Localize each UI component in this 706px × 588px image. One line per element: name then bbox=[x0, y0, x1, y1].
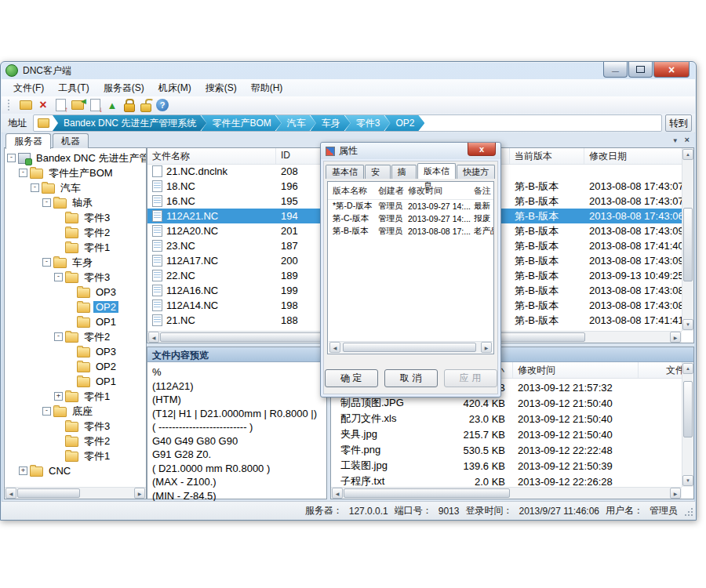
resize-grip[interactable] bbox=[683, 508, 693, 517]
left-panel-tab[interactable]: 服务器 bbox=[5, 133, 51, 149]
breadcrumb-segment[interactable]: 车身 bbox=[311, 115, 351, 131]
tree-toggle[interactable]: - bbox=[7, 154, 16, 162]
tree-item[interactable]: OP3 bbox=[5, 285, 146, 299]
dialog-tab[interactable]: 摘要 bbox=[391, 165, 417, 179]
scroll-up-icon[interactable]: ▲ bbox=[682, 149, 693, 160]
attachment-row[interactable]: 子程序.txt 2.0 KB 2013-09-12 22:26:28 bbox=[331, 474, 682, 487]
menu-item[interactable]: 帮助(H) bbox=[244, 80, 290, 96]
tree-item[interactable]: + CNC bbox=[5, 463, 146, 478]
scroll-thumb[interactable] bbox=[683, 381, 693, 437]
scroll-down-icon[interactable]: ▼ bbox=[682, 319, 693, 330]
column-header-creator[interactable]: 创建者 bbox=[378, 185, 408, 197]
scroll-left-icon[interactable]: ◀ bbox=[5, 488, 16, 499]
attachments-vscrollbar[interactable]: ▲ ▼ bbox=[682, 362, 693, 487]
scroll-thumb[interactable] bbox=[343, 343, 476, 352]
column-header-file[interactable]: 文件(& bbox=[639, 362, 682, 378]
column-header-time[interactable]: 修改时间 bbox=[513, 362, 639, 378]
attachment-row[interactable]: 工装图.jpg 139.6 KB 2013-09-12 21:50:39 bbox=[331, 458, 682, 474]
delete-icon[interactable] bbox=[35, 97, 51, 113]
version-row[interactable]: 第-C-版本 管理员 2013-09-27 14:... 报废 bbox=[328, 212, 493, 225]
upload-arrow-icon[interactable] bbox=[104, 97, 120, 113]
tree-item[interactable]: 零件3 bbox=[5, 210, 146, 225]
scroll-up-icon[interactable]: ▲ bbox=[682, 363, 693, 374]
tree-item[interactable]: 零件2 bbox=[5, 434, 146, 448]
tree-item[interactable]: 零件3 bbox=[5, 419, 146, 434]
pin-down-icon[interactable] bbox=[672, 135, 679, 144]
tree-item[interactable]: OP1 bbox=[5, 314, 146, 329]
tree-item[interactable]: 零件1 bbox=[5, 240, 146, 255]
file-list-vscrollbar[interactable]: ▲ ▼ bbox=[682, 148, 693, 331]
checkout-folder-icon[interactable] bbox=[70, 97, 86, 113]
scroll-down-icon[interactable]: ▼ bbox=[682, 475, 693, 486]
title-bar[interactable]: DNC客户端 bbox=[1, 62, 696, 79]
tree-item[interactable]: OP2 bbox=[5, 299, 146, 314]
tree-toggle[interactable]: - bbox=[54, 273, 63, 281]
column-header-id[interactable]: ID bbox=[276, 148, 323, 164]
tree-item[interactable]: - 零件2 bbox=[5, 329, 146, 344]
unlock-icon[interactable] bbox=[139, 97, 155, 113]
tree-item[interactable]: OP3 bbox=[5, 344, 146, 359]
tree-item[interactable]: - 车身 bbox=[5, 255, 146, 270]
version-row[interactable]: 第-B-版本 管理员 2013-08-08 17:... 老产品程序 bbox=[328, 225, 493, 238]
tree-toggle[interactable]: - bbox=[54, 332, 63, 341]
help-icon[interactable] bbox=[156, 99, 169, 111]
left-panel-tab[interactable]: 机器 bbox=[53, 133, 89, 148]
menu-item[interactable]: 文件(F) bbox=[6, 80, 51, 96]
close-icon[interactable] bbox=[653, 62, 690, 78]
tree-toggle[interactable]: - bbox=[42, 198, 51, 207]
dialog-tab[interactable]: 基本信息 bbox=[326, 165, 364, 179]
attachments-hscrollbar[interactable]: ◀ ▶ bbox=[331, 487, 682, 499]
column-header-date[interactable]: 修改日期 bbox=[584, 148, 682, 164]
tree-item[interactable]: - 底座 bbox=[5, 404, 146, 419]
tree-toggle[interactable]: - bbox=[19, 169, 27, 177]
tree-item[interactable]: OP2 bbox=[5, 359, 146, 374]
dialog-button[interactable]: 确 定 bbox=[325, 369, 378, 387]
menu-item[interactable]: 搜索(S) bbox=[198, 80, 244, 96]
scroll-thumb[interactable] bbox=[683, 208, 693, 281]
breadcrumb-segment[interactable]: OP2 bbox=[384, 115, 424, 131]
maximize-icon[interactable] bbox=[628, 62, 653, 78]
tree-hscrollbar[interactable]: ◀ ▶ bbox=[5, 487, 146, 499]
dialog-button[interactable]: 取 消 bbox=[384, 369, 438, 387]
column-header-version-name[interactable]: 版本名称 bbox=[333, 185, 378, 197]
breadcrumb-segment[interactable]: 零件3 bbox=[345, 115, 391, 131]
tree-item[interactable]: - 汽车 bbox=[5, 180, 146, 195]
go-button[interactable]: 转到 bbox=[665, 114, 692, 132]
address-input[interactable]: Bandex DNC 先进生产管理系统零件生产BOM汽车车身零件3OP2 bbox=[33, 114, 662, 132]
scroll-thumb[interactable] bbox=[17, 488, 80, 498]
tree-toggle[interactable]: - bbox=[42, 258, 51, 267]
tree-item[interactable]: - 零件3 bbox=[5, 270, 146, 285]
tree-item[interactable]: OP1 bbox=[5, 374, 146, 389]
dialog-title-bar[interactable]: 属性 x bbox=[321, 143, 500, 159]
menu-item[interactable]: 服务器(S) bbox=[96, 80, 151, 96]
dialog-hscrollbar[interactable]: ◀ ▶ bbox=[329, 341, 493, 353]
new-folder-icon[interactable] bbox=[18, 97, 34, 113]
attachment-row[interactable]: 制品顶图.JPG 420.4 KB 2013-09-12 21:50:40 bbox=[331, 395, 682, 411]
column-header-modified[interactable]: 修改时间 bbox=[408, 185, 474, 197]
upload-file-icon[interactable] bbox=[53, 97, 68, 113]
tree-item[interactable]: - 零件生产BOM bbox=[5, 165, 146, 180]
tree-toggle[interactable]: - bbox=[31, 183, 39, 192]
tree-toggle[interactable]: + bbox=[19, 466, 27, 475]
download-file-icon[interactable] bbox=[87, 97, 103, 113]
column-header-note[interactable]: 备注 bbox=[474, 185, 493, 197]
tree-item[interactable]: - 轴承 bbox=[5, 195, 146, 210]
attachment-row[interactable]: 夹具.jpg 215.7 KB 2013-09-12 21:50:40 bbox=[331, 426, 682, 442]
column-header-name[interactable]: 文件名称 bbox=[147, 148, 276, 164]
scroll-left-icon[interactable]: ◀ bbox=[332, 488, 343, 499]
scroll-right-icon[interactable]: ▶ bbox=[670, 488, 681, 499]
tree-toggle[interactable]: - bbox=[42, 407, 51, 416]
scroll-left-icon[interactable]: ◀ bbox=[329, 342, 340, 353]
breadcrumb-segment[interactable]: Bandex DNC 先进生产管理系统 bbox=[53, 115, 206, 131]
tree-item[interactable]: 零件2 bbox=[5, 225, 146, 240]
dialog-tab[interactable]: 安全 bbox=[365, 165, 391, 179]
attachment-row[interactable]: 零件.png 530.5 KB 2013-09-12 22:22:48 bbox=[331, 442, 682, 458]
scroll-right-icon[interactable]: ▶ bbox=[670, 332, 681, 343]
dialog-button[interactable]: 应 用 bbox=[444, 369, 497, 387]
breadcrumb-segment[interactable]: 零件生产BOM bbox=[201, 115, 281, 131]
tree-item[interactable]: + 零件1 bbox=[5, 389, 146, 404]
breadcrumb-segment[interactable]: 汽车 bbox=[276, 115, 316, 131]
scroll-thumb[interactable] bbox=[344, 488, 510, 498]
lock-icon[interactable] bbox=[122, 97, 137, 113]
version-row[interactable]: *第-D-版本 管理员 2013-09-27 14:... 最新 bbox=[328, 200, 493, 212]
